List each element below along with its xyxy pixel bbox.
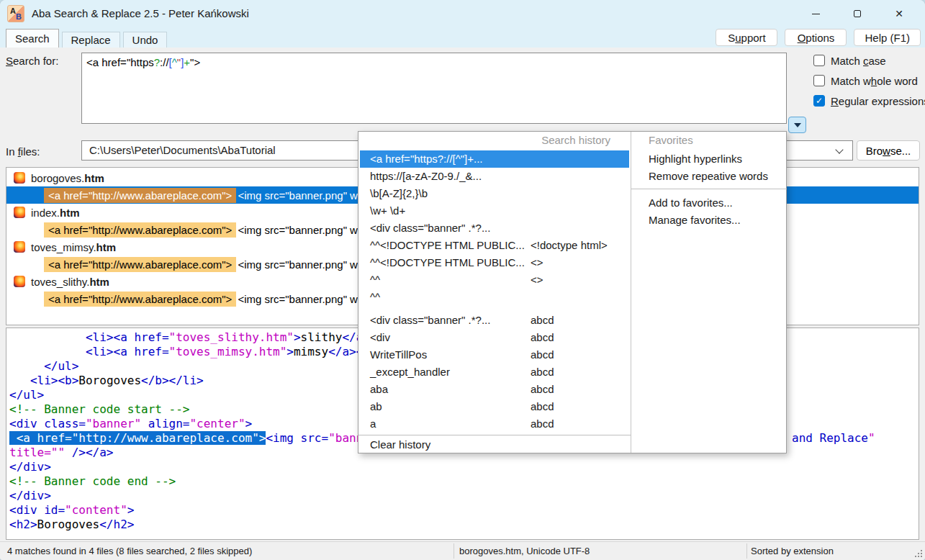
support-button[interactable]: Support	[716, 29, 777, 46]
code-segment: <h2>	[9, 518, 37, 531]
history-search-text: \b[A-Z]{2,}\b	[370, 187, 428, 199]
match-highlight: <a href="http://www.abareplace.com">	[44, 222, 236, 238]
history-replace-text: abcd	[531, 329, 554, 346]
unchecked-checkbox-icon	[813, 75, 825, 86]
history-search-text: https://[a-zA-Z0-9./_&...	[370, 170, 482, 182]
code-line: <h2>Borogoves</h2>	[9, 518, 916, 532]
history-item[interactable]: <div class="banner" .*?...	[358, 220, 631, 237]
status-divider	[746, 543, 747, 559]
code-line: <div id="content">	[9, 503, 916, 518]
code-segment: slithy	[301, 330, 343, 344]
search-history-header: Search history	[358, 134, 631, 146]
history-search-text: ab	[370, 400, 382, 412]
code-segment: <li><a href=	[86, 345, 169, 358]
history-item[interactable]: https://[a-zA-Z0-9./_&...	[358, 168, 631, 185]
browse-button[interactable]: Browse...	[857, 140, 920, 161]
history-item[interactable]: \w+ \d+	[358, 202, 631, 220]
history-replace-text: abcd	[531, 415, 554, 433]
in-files-label: In files:	[6, 145, 40, 158]
history-item[interactable]: _except_handlerabcd	[358, 363, 631, 381]
favorite-item[interactable]: Remove repeative words	[631, 168, 787, 185]
history-item[interactable]: ^^<!DOCTYPE HTML PUBLIC...<!doctype html…	[358, 237, 631, 254]
match-context: <img src="banner.png" wi	[236, 224, 360, 236]
tab-undo[interactable]: Undo	[123, 32, 168, 48]
history-search-text: _except_handler	[370, 366, 450, 378]
code-segment: "toves_mimsy.htm"	[169, 345, 287, 358]
favorite-item[interactable]: Highlight hyperlinks	[631, 150, 787, 168]
history-item[interactable]: abaabcd	[358, 381, 631, 398]
code-segment: "banner"	[86, 417, 141, 430]
search-history-toggle-button[interactable]	[788, 117, 806, 133]
search-pattern-input[interactable]: <a href="https?://[^"]+">	[81, 53, 787, 124]
history-item[interactable]: <div class="banner" .*?...abcd	[358, 312, 631, 329]
pattern-segment: <a href="https	[86, 56, 154, 68]
history-search-text: <div class="banner" .*?...	[370, 222, 490, 234]
match-whole-word-checkbox[interactable]: Match whole word	[813, 74, 921, 87]
code-segment: </h2>	[99, 518, 134, 531]
checkbox-label: Regular expressions	[831, 95, 925, 107]
unchecked-checkbox-icon	[813, 55, 825, 66]
history-item[interactable]: \b[A-Z]{2,}\b	[358, 185, 631, 202]
code-line: </div>	[9, 460, 916, 474]
file-name: toves_mimsy.htm	[31, 241, 116, 253]
search-for-label: Search for:	[6, 55, 58, 67]
maximize-button[interactable]	[841, 0, 874, 27]
checked-checkbox-icon: ✓	[813, 95, 825, 107]
app-window: A B Aba Search & Replace 2.5 - Peter Kań…	[0, 0, 925, 560]
history-item[interactable]: aabcd	[358, 415, 631, 433]
history-search-text: <div	[370, 331, 390, 343]
minimize-button[interactable]	[799, 0, 832, 27]
window-title: Aba Search & Replace 2.5 - Peter Kańkows…	[32, 7, 249, 19]
favorite-action-item[interactable]: Add to favorites...	[631, 194, 787, 212]
match-context: <img src="banner.png" wi	[236, 293, 360, 305]
history-item[interactable]: WriteTillPosabcd	[358, 346, 631, 363]
resize-grip[interactable]	[913, 548, 924, 559]
options-button[interactable]: Options	[785, 29, 847, 46]
code-segment: and Replace"	[792, 431, 875, 446]
status-divider	[454, 543, 454, 559]
close-button[interactable]: ✕	[883, 0, 916, 27]
match-context: <img src="banner.png" wi	[236, 189, 360, 202]
match-highlight: <a href="http://www.abareplace.com">	[44, 257, 236, 272]
status-bar: 4 matches found in 4 files (8 files sear…	[0, 541, 925, 560]
history-item[interactable]: <divabcd	[358, 329, 631, 346]
search-options: Match caseMatch whole word✓Regular expre…	[813, 54, 921, 114]
history-replace-text: <>	[531, 254, 543, 271]
code-segment: "	[868, 431, 875, 445]
minimize-icon	[812, 14, 820, 14]
help-button[interactable]: Help (F1)	[854, 29, 921, 46]
code-segment: <!-- Banner code start -->	[9, 402, 189, 416]
code-segment: <li><a href=	[86, 330, 169, 344]
favorite-action-item[interactable]: Manage favorites...	[631, 212, 787, 229]
favorites-header: Favorites	[649, 134, 693, 146]
file-name: borogoves.htm	[31, 172, 104, 184]
match-highlight: <a href="http://www.abareplace.com">	[44, 292, 236, 307]
code-segment: </ul>	[44, 359, 78, 373]
history-search-text: <a href="https?://[^"]+...	[370, 153, 483, 165]
combo-chevron-icon[interactable]	[835, 145, 843, 153]
tab-replace[interactable]: Replace	[62, 32, 120, 48]
history-item[interactable]: <a href="https?://[^"]+...	[360, 150, 629, 168]
code-segment: "center"	[189, 417, 245, 430]
history-search-text: WriteTillPos	[370, 348, 427, 361]
match-case-checkbox[interactable]: Match case	[813, 54, 921, 67]
tab-strip: SearchReplaceUndo SupportOptionsHelp (F1…	[0, 27, 925, 48]
code-segment: </b></li>	[141, 374, 204, 387]
code-segment: "content"	[65, 503, 127, 517]
tab-search[interactable]: Search	[6, 29, 59, 48]
app-icon-letter-a: A	[10, 6, 16, 15]
clear-history-item[interactable]: Clear history	[358, 437, 631, 453]
regular-expressions-checkbox[interactable]: ✓Regular expressions	[813, 94, 921, 107]
code-segment: /></a>	[65, 446, 113, 459]
history-search-text: <div class="banner" .*?...	[370, 314, 490, 326]
code-segment: mimsy	[294, 345, 328, 358]
dropdown-arrow-icon	[794, 123, 801, 127]
history-search-text: aba	[370, 383, 388, 395]
code-segment: >	[245, 417, 253, 430]
history-item[interactable]: ababcd	[358, 398, 631, 415]
history-item[interactable]: ^^	[358, 289, 631, 306]
search-history-dropdown: Search history Favorites <a href="https?…	[358, 131, 787, 453]
history-item[interactable]: ^^<!DOCTYPE HTML PUBLIC...<>	[358, 254, 631, 271]
code-segment: "toves_slithy.htm"	[169, 330, 294, 344]
history-item[interactable]: ^^<>	[358, 271, 631, 289]
